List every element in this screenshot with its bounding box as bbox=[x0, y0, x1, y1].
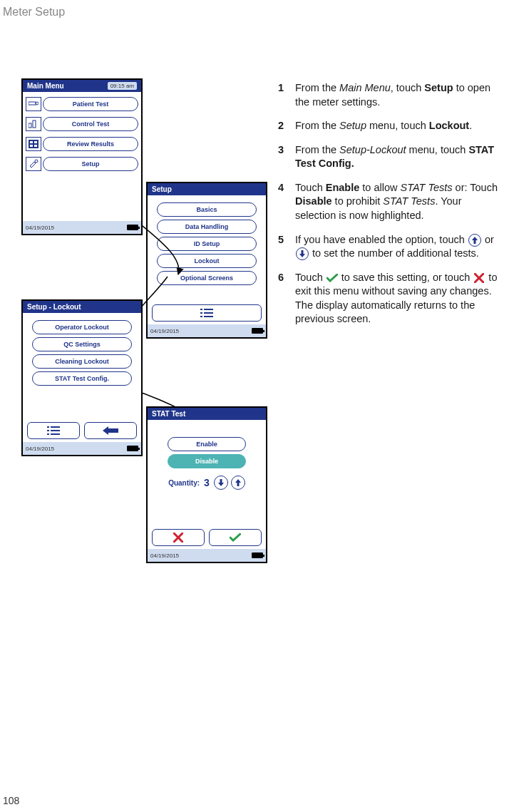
step-number: 1 bbox=[278, 81, 295, 96]
quantity-label: Quantity: bbox=[168, 479, 200, 487]
date: 04/19/2015 bbox=[150, 553, 179, 559]
menu-item-id-setup[interactable]: ID Setup bbox=[157, 237, 257, 251]
arrow-up-icon bbox=[468, 234, 481, 247]
titlebar-setup: Setup bbox=[148, 183, 266, 195]
battery-icon bbox=[127, 446, 138, 451]
screen-main-menu: Main Menu 09:15 am Patient Test Control … bbox=[21, 78, 143, 235]
svg-point-1 bbox=[36, 102, 38, 105]
svg-rect-2 bbox=[33, 120, 36, 128]
battery-icon bbox=[252, 328, 263, 334]
svg-rect-10 bbox=[200, 309, 202, 310]
svg-rect-21 bbox=[51, 433, 60, 435]
check-icon bbox=[327, 273, 338, 283]
list-icon bbox=[200, 309, 213, 317]
svg-rect-14 bbox=[200, 316, 202, 317]
menu-item-operator-lockout[interactable]: Operator Lockout bbox=[32, 320, 132, 334]
menu-item-data-handling[interactable]: Data Handling bbox=[157, 220, 257, 234]
confirm-button[interactable] bbox=[209, 529, 262, 546]
review-results-icon bbox=[26, 137, 41, 151]
menu-item-lockout[interactable]: Lockout bbox=[157, 254, 257, 268]
menu-label: Control Test bbox=[43, 117, 138, 131]
screen-stat-test: STAT Test Enable Disable Quantity: 3 bbox=[146, 406, 267, 563]
svg-rect-11 bbox=[204, 309, 213, 310]
instruction-step: 3From the Setup-Lockout menu, touch STAT… bbox=[278, 143, 500, 171]
battery-icon bbox=[127, 225, 138, 230]
title-text: STAT Test bbox=[152, 410, 185, 418]
svg-rect-16 bbox=[47, 426, 49, 428]
menu-item-stat-test-config[interactable]: STAT Test Config. bbox=[32, 371, 132, 386]
date: 04/19/2015 bbox=[150, 328, 179, 334]
title-text: Setup bbox=[152, 185, 172, 193]
arrow-up-icon bbox=[235, 479, 241, 486]
svg-rect-4 bbox=[29, 140, 38, 148]
titlebar-stat: STAT Test bbox=[148, 408, 266, 420]
list-button[interactable] bbox=[27, 422, 80, 439]
step-text: If you have enabled the option, touch or… bbox=[295, 233, 500, 261]
back-arrow-icon bbox=[103, 426, 118, 435]
menu-item-patient-test[interactable]: Patient Test bbox=[26, 96, 138, 112]
instruction-step: 5If you have enabled the option, touch o… bbox=[278, 233, 500, 261]
setup-icon bbox=[26, 157, 41, 171]
menu-item-review-results[interactable]: Review Results bbox=[26, 136, 138, 152]
menu-item-basics[interactable]: Basics bbox=[157, 202, 257, 217]
instruction-step: 6Touch to save this setting, or touch to… bbox=[278, 271, 500, 327]
step-number: 4 bbox=[278, 181, 295, 195]
quantity-down-button[interactable] bbox=[214, 476, 228, 490]
list-button[interactable] bbox=[152, 304, 262, 322]
date: 04/19/2015 bbox=[26, 446, 54, 452]
control-test-icon bbox=[26, 117, 41, 131]
footer-setup: 04/19/2015 bbox=[148, 324, 266, 337]
menu-label: Patient Test bbox=[43, 97, 138, 111]
footer-lockout: 04/19/2015 bbox=[23, 442, 141, 455]
battery-icon bbox=[252, 553, 263, 558]
arrow-down-icon bbox=[296, 247, 309, 260]
disable-button[interactable]: Disable bbox=[168, 454, 246, 468]
step-number: 2 bbox=[278, 119, 295, 133]
enable-button[interactable]: Enable bbox=[168, 437, 246, 451]
svg-rect-5 bbox=[30, 141, 33, 143]
instructions: 1From the Main Menu, touch Setup to open… bbox=[278, 81, 500, 336]
step-text: From the Main Menu, touch Setup to open … bbox=[295, 81, 500, 109]
step-number: 5 bbox=[278, 233, 295, 247]
instruction-step: 2From the Setup menu, touch Lockout. bbox=[278, 119, 500, 133]
date: 04/19/2015 bbox=[26, 225, 54, 231]
menu-item-optional-screens[interactable]: Optional Screens bbox=[157, 271, 257, 285]
step-text: From the Setup-Lockout menu, touch STAT … bbox=[295, 143, 500, 171]
cancel-button[interactable] bbox=[152, 529, 205, 546]
step-number: 3 bbox=[278, 143, 295, 158]
menu-item-qc-settings[interactable]: QC Settings bbox=[32, 337, 132, 351]
quantity-up-button[interactable] bbox=[231, 476, 245, 490]
title-text: Setup - Lockout bbox=[27, 303, 81, 311]
svg-rect-0 bbox=[29, 102, 36, 105]
instruction-step: 4Touch Enable to allow STAT Tests or: To… bbox=[278, 181, 500, 223]
titlebar-main: Main Menu 09:15 am bbox=[23, 80, 141, 92]
step-text: Touch to save this setting, or touch to … bbox=[295, 271, 500, 327]
back-button[interactable] bbox=[84, 422, 137, 439]
svg-rect-20 bbox=[47, 433, 49, 435]
svg-rect-18 bbox=[47, 430, 49, 431]
menu-item-setup[interactable]: Setup bbox=[26, 156, 138, 172]
step-text: From the Setup menu, touch Lockout. bbox=[295, 119, 500, 133]
quantity-value: 3 bbox=[204, 477, 210, 488]
footer-stat: 04/19/2015 bbox=[148, 549, 266, 562]
svg-rect-15 bbox=[204, 316, 213, 317]
page-number: 108 bbox=[3, 795, 19, 806]
cross-icon bbox=[473, 273, 485, 283]
menu-item-control-test[interactable]: Control Test bbox=[26, 116, 138, 132]
svg-rect-17 bbox=[51, 426, 60, 428]
screen-lockout: Setup - Lockout Operator Lockout QC Sett… bbox=[21, 299, 143, 456]
arrow-down-icon bbox=[218, 479, 224, 486]
svg-rect-12 bbox=[200, 312, 202, 314]
svg-rect-13 bbox=[204, 312, 213, 314]
title-text: Main Menu bbox=[27, 82, 64, 90]
screen-setup: Setup Basics Data Handling ID Setup Lock… bbox=[146, 182, 267, 339]
menu-item-cleaning-lockout[interactable]: Cleaning Lockout bbox=[32, 354, 132, 369]
menu-label: Setup bbox=[43, 157, 138, 171]
cross-icon bbox=[173, 533, 183, 543]
svg-rect-7 bbox=[30, 145, 33, 147]
svg-point-9 bbox=[35, 160, 38, 163]
titlebar-lockout: Setup - Lockout bbox=[23, 301, 141, 313]
footer-main: 04/19/2015 bbox=[23, 221, 141, 234]
step-number: 6 bbox=[278, 271, 295, 285]
instruction-step: 1From the Main Menu, touch Setup to open… bbox=[278, 81, 500, 109]
